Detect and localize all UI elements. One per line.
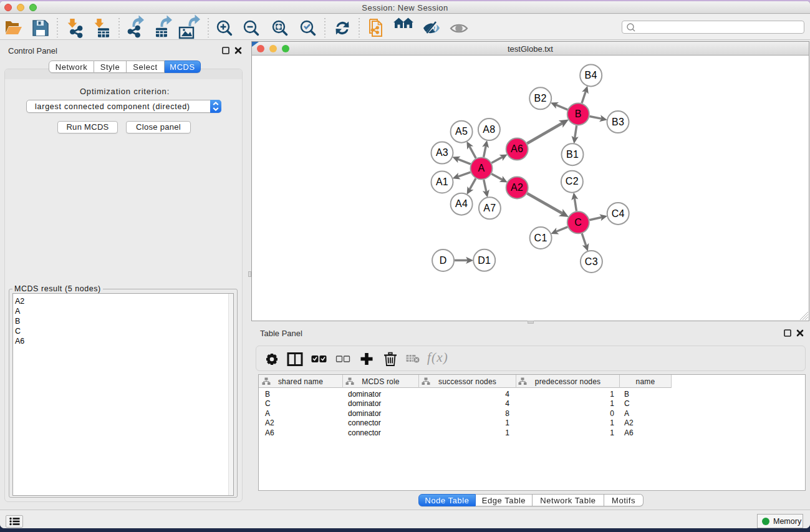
- svg-text:A2: A2: [511, 182, 523, 193]
- svg-text:B: B: [575, 109, 582, 119]
- svg-text:B4: B4: [585, 70, 597, 80]
- svg-text:f(x): f(x): [427, 350, 448, 365]
- svg-text:A3: A3: [436, 147, 448, 158]
- svg-text:B2: B2: [534, 93, 547, 104]
- svg-text:C2: C2: [566, 177, 579, 187]
- svg-text:A4: A4: [455, 199, 468, 210]
- svg-text:D: D: [440, 255, 447, 266]
- svg-text:A5: A5: [455, 127, 468, 137]
- svg-text:D1: D1: [478, 255, 491, 266]
- svg-text:A7: A7: [483, 203, 496, 213]
- svg-text:B3: B3: [612, 117, 624, 127]
- svg-text:B1: B1: [566, 149, 579, 160]
- svg-text:C4: C4: [612, 208, 625, 219]
- svg-text:A6: A6: [511, 143, 523, 154]
- svg-text:C: C: [574, 217, 582, 228]
- svg-text:A8: A8: [483, 124, 495, 135]
- svg-text:A1: A1: [436, 177, 448, 187]
- svg-text:C3: C3: [585, 256, 598, 267]
- svg-text:A: A: [478, 163, 485, 173]
- svg-text:C1: C1: [534, 233, 547, 243]
